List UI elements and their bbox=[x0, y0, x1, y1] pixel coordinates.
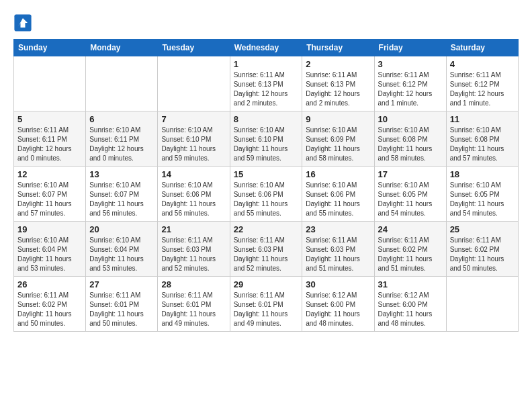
day-info: Sunrise: 6:11 AM Sunset: 6:03 PM Dayligh… bbox=[306, 236, 370, 273]
calendar-cell: 3Sunrise: 6:11 AM Sunset: 6:12 PM Daylig… bbox=[374, 56, 446, 111]
day-info: Sunrise: 6:10 AM Sunset: 6:09 PM Dayligh… bbox=[306, 126, 370, 163]
day-info: Sunrise: 6:11 AM Sunset: 6:03 PM Dayligh… bbox=[161, 236, 226, 273]
day-info: Sunrise: 6:11 AM Sunset: 6:02 PM Dayligh… bbox=[17, 291, 82, 328]
calendar-cell: 6Sunrise: 6:10 AM Sunset: 6:11 PM Daylig… bbox=[86, 111, 158, 167]
calendar-cell: 7Sunrise: 6:10 AM Sunset: 6:10 PM Daylig… bbox=[158, 111, 230, 167]
day-info: Sunrise: 6:10 AM Sunset: 6:04 PM Dayligh… bbox=[89, 236, 154, 273]
day-info: Sunrise: 6:11 AM Sunset: 6:01 PM Dayligh… bbox=[89, 291, 154, 328]
day-number: 18 bbox=[450, 169, 515, 179]
calendar-cell: 8Sunrise: 6:10 AM Sunset: 6:10 PM Daylig… bbox=[230, 111, 302, 167]
day-number: 30 bbox=[306, 279, 370, 289]
calendar-body: 1Sunrise: 6:11 AM Sunset: 6:13 PM Daylig… bbox=[14, 56, 519, 332]
day-number: 21 bbox=[161, 224, 226, 234]
weekday-header-tuesday: Tuesday bbox=[158, 40, 230, 56]
day-number: 9 bbox=[306, 114, 370, 124]
day-number: 27 bbox=[89, 279, 154, 289]
day-number: 23 bbox=[306, 224, 370, 234]
calendar-cell: 26Sunrise: 6:11 AM Sunset: 6:02 PM Dayli… bbox=[14, 277, 86, 332]
day-number: 2 bbox=[306, 59, 370, 69]
calendar-cell: 28Sunrise: 6:11 AM Sunset: 6:01 PM Dayli… bbox=[158, 277, 230, 332]
day-info: Sunrise: 6:11 AM Sunset: 6:12 PM Dayligh… bbox=[450, 71, 515, 108]
day-info: Sunrise: 6:10 AM Sunset: 6:04 PM Dayligh… bbox=[17, 236, 82, 273]
calendar-cell: 19Sunrise: 6:10 AM Sunset: 6:04 PM Dayli… bbox=[14, 222, 86, 277]
calendar-cell: 18Sunrise: 6:10 AM Sunset: 6:05 PM Dayli… bbox=[446, 167, 518, 222]
day-number: 20 bbox=[89, 224, 154, 234]
day-number: 15 bbox=[234, 169, 299, 179]
day-number: 25 bbox=[450, 224, 515, 234]
calendar-cell: 5Sunrise: 6:11 AM Sunset: 6:11 PM Daylig… bbox=[14, 111, 86, 167]
calendar-cell: 15Sunrise: 6:10 AM Sunset: 6:06 PM Dayli… bbox=[230, 167, 302, 222]
calendar-cell bbox=[158, 56, 230, 111]
day-number: 6 bbox=[89, 114, 154, 124]
weekday-header-sunday: Sunday bbox=[14, 40, 86, 56]
day-info: Sunrise: 6:11 AM Sunset: 6:11 PM Dayligh… bbox=[17, 126, 82, 163]
day-info: Sunrise: 6:11 AM Sunset: 6:03 PM Dayligh… bbox=[234, 236, 299, 273]
day-info: Sunrise: 6:10 AM Sunset: 6:08 PM Dayligh… bbox=[378, 126, 443, 163]
calendar-cell: 16Sunrise: 6:10 AM Sunset: 6:06 PM Dayli… bbox=[302, 167, 374, 222]
calendar-week-row: 12Sunrise: 6:10 AM Sunset: 6:07 PM Dayli… bbox=[14, 167, 519, 222]
day-info: Sunrise: 6:10 AM Sunset: 6:10 PM Dayligh… bbox=[161, 126, 226, 163]
day-number: 16 bbox=[306, 169, 370, 179]
calendar-cell: 24Sunrise: 6:11 AM Sunset: 6:02 PM Dayli… bbox=[374, 222, 446, 277]
weekday-header-saturday: Saturday bbox=[446, 40, 518, 56]
calendar-cell: 14Sunrise: 6:10 AM Sunset: 6:06 PM Dayli… bbox=[158, 167, 230, 222]
calendar-cell: 21Sunrise: 6:11 AM Sunset: 6:03 PM Dayli… bbox=[158, 222, 230, 277]
day-number: 28 bbox=[161, 279, 226, 289]
day-number: 19 bbox=[17, 224, 82, 234]
day-number: 11 bbox=[450, 114, 515, 124]
calendar-cell: 20Sunrise: 6:10 AM Sunset: 6:04 PM Dayli… bbox=[86, 222, 158, 277]
day-info: Sunrise: 6:11 AM Sunset: 6:12 PM Dayligh… bbox=[378, 71, 443, 108]
logo-icon bbox=[13, 13, 32, 32]
calendar-cell: 22Sunrise: 6:11 AM Sunset: 6:03 PM Dayli… bbox=[230, 222, 302, 277]
day-number: 26 bbox=[17, 279, 82, 289]
calendar-table: SundayMondayTuesdayWednesdayThursdayFrid… bbox=[13, 39, 519, 332]
calendar-cell bbox=[86, 56, 158, 111]
day-info: Sunrise: 6:10 AM Sunset: 6:08 PM Dayligh… bbox=[450, 126, 515, 163]
day-info: Sunrise: 6:10 AM Sunset: 6:06 PM Dayligh… bbox=[161, 181, 226, 218]
weekday-header-monday: Monday bbox=[86, 40, 158, 56]
calendar-week-row: 19Sunrise: 6:10 AM Sunset: 6:04 PM Dayli… bbox=[14, 222, 519, 277]
day-info: Sunrise: 6:12 AM Sunset: 6:00 PM Dayligh… bbox=[378, 291, 443, 328]
day-info: Sunrise: 6:10 AM Sunset: 6:07 PM Dayligh… bbox=[17, 181, 82, 218]
weekday-header-friday: Friday bbox=[374, 40, 446, 56]
day-info: Sunrise: 6:10 AM Sunset: 6:05 PM Dayligh… bbox=[450, 181, 515, 218]
calendar-cell: 29Sunrise: 6:11 AM Sunset: 6:01 PM Dayli… bbox=[230, 277, 302, 332]
day-info: Sunrise: 6:11 AM Sunset: 6:01 PM Dayligh… bbox=[161, 291, 226, 328]
day-number: 22 bbox=[234, 224, 299, 234]
calendar-cell: 31Sunrise: 6:12 AM Sunset: 6:00 PM Dayli… bbox=[374, 277, 446, 332]
day-info: Sunrise: 6:11 AM Sunset: 6:02 PM Dayligh… bbox=[378, 236, 443, 273]
calendar-header-row: SundayMondayTuesdayWednesdayThursdayFrid… bbox=[14, 40, 519, 56]
calendar-cell: 13Sunrise: 6:10 AM Sunset: 6:07 PM Dayli… bbox=[86, 167, 158, 222]
weekday-header-wednesday: Wednesday bbox=[230, 40, 302, 56]
calendar-cell: 11Sunrise: 6:10 AM Sunset: 6:08 PM Dayli… bbox=[446, 111, 518, 167]
calendar-cell: 17Sunrise: 6:10 AM Sunset: 6:05 PM Dayli… bbox=[374, 167, 446, 222]
calendar-cell: 27Sunrise: 6:11 AM Sunset: 6:01 PM Dayli… bbox=[86, 277, 158, 332]
header bbox=[13, 13, 519, 32]
calendar-cell: 10Sunrise: 6:10 AM Sunset: 6:08 PM Dayli… bbox=[374, 111, 446, 167]
day-info: Sunrise: 6:10 AM Sunset: 6:07 PM Dayligh… bbox=[89, 181, 154, 218]
day-number: 8 bbox=[234, 114, 299, 124]
day-number: 24 bbox=[378, 224, 443, 234]
day-number: 17 bbox=[378, 169, 443, 179]
day-info: Sunrise: 6:12 AM Sunset: 6:00 PM Dayligh… bbox=[306, 291, 370, 328]
calendar-week-row: 26Sunrise: 6:11 AM Sunset: 6:02 PM Dayli… bbox=[14, 277, 519, 332]
day-info: Sunrise: 6:11 AM Sunset: 6:13 PM Dayligh… bbox=[306, 71, 370, 108]
day-info: Sunrise: 6:11 AM Sunset: 6:13 PM Dayligh… bbox=[234, 71, 299, 108]
day-info: Sunrise: 6:10 AM Sunset: 6:06 PM Dayligh… bbox=[234, 181, 299, 218]
calendar-cell: 1Sunrise: 6:11 AM Sunset: 6:13 PM Daylig… bbox=[230, 56, 302, 111]
day-number: 5 bbox=[17, 114, 82, 124]
calendar-week-row: 1Sunrise: 6:11 AM Sunset: 6:13 PM Daylig… bbox=[14, 56, 519, 111]
day-number: 13 bbox=[89, 169, 154, 179]
day-number: 4 bbox=[450, 59, 515, 69]
calendar-cell: 9Sunrise: 6:10 AM Sunset: 6:09 PM Daylig… bbox=[302, 111, 374, 167]
calendar-cell: 30Sunrise: 6:12 AM Sunset: 6:00 PM Dayli… bbox=[302, 277, 374, 332]
day-number: 1 bbox=[234, 59, 299, 69]
day-info: Sunrise: 6:10 AM Sunset: 6:06 PM Dayligh… bbox=[306, 181, 370, 218]
day-number: 10 bbox=[378, 114, 443, 124]
day-number: 3 bbox=[378, 59, 443, 69]
calendar-week-row: 5Sunrise: 6:11 AM Sunset: 6:11 PM Daylig… bbox=[14, 111, 519, 167]
calendar-cell: 12Sunrise: 6:10 AM Sunset: 6:07 PM Dayli… bbox=[14, 167, 86, 222]
weekday-header-thursday: Thursday bbox=[302, 40, 374, 56]
day-number: 29 bbox=[234, 279, 299, 289]
day-number: 7 bbox=[161, 114, 226, 124]
